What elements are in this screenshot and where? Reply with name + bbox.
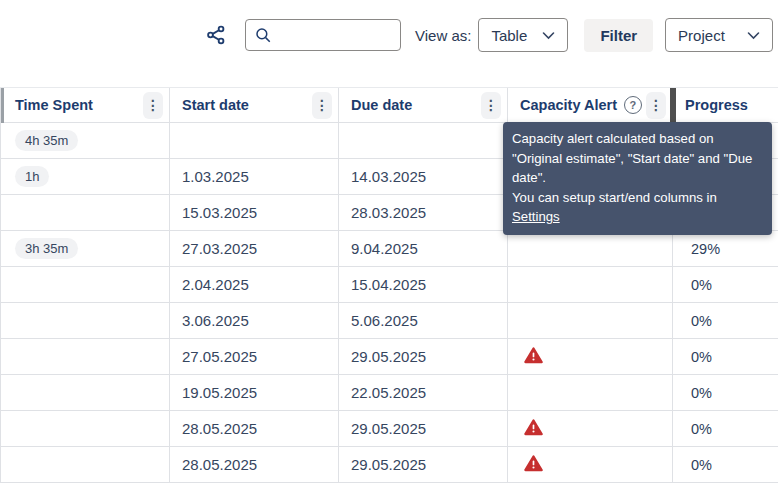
cell-progress[interactable]: 0%: [673, 267, 778, 303]
time-spent-badge: 4h 35m: [15, 130, 78, 151]
table-row: 19.05.2025 22.05.2025 0%: [1, 375, 778, 411]
cell-due-date[interactable]: [339, 123, 508, 159]
cell-progress[interactable]: 0%: [673, 447, 778, 483]
warning-icon: [524, 455, 543, 472]
cell-start-date[interactable]: 3.06.2025: [170, 303, 339, 339]
cell-capacity-alert[interactable]: [508, 339, 673, 375]
cell-start-date[interactable]: 2.04.2025: [170, 267, 339, 303]
share-button[interactable]: [203, 22, 229, 48]
tooltip-text: You can setup start/end columns in: [512, 190, 717, 205]
cell-progress[interactable]: 0%: [673, 411, 778, 447]
cell-capacity-alert[interactable]: [508, 375, 673, 411]
column-menu-icon[interactable]: ⋮: [312, 92, 332, 119]
cell-time-spent[interactable]: [1, 267, 170, 303]
cell-start-date[interactable]: 27.05.2025: [170, 339, 339, 375]
column-header-due-date: Due date ⋮: [339, 88, 508, 123]
column-menu-icon[interactable]: ⋮: [143, 92, 163, 119]
cell-due-date[interactable]: 29.05.2025: [339, 339, 508, 375]
column-menu-icon[interactable]: ⋮: [646, 92, 666, 119]
column-header-time-spent: Time Spent ⋮: [1, 88, 170, 123]
table-row: 3.06.2025 5.06.2025 0%: [1, 303, 778, 339]
cell-due-date[interactable]: 9.04.2025: [339, 231, 508, 267]
table-row: 27.05.2025 29.05.2025 0%: [1, 339, 778, 375]
cell-time-spent[interactable]: 3h 35m: [1, 231, 170, 267]
view-as-select[interactable]: Table: [478, 18, 568, 52]
cell-due-date[interactable]: 22.05.2025: [339, 375, 508, 411]
table-row: 2.04.2025 15.04.2025 0%: [1, 267, 778, 303]
cell-time-spent[interactable]: [1, 339, 170, 375]
cell-time-spent[interactable]: 4h 35m: [1, 123, 170, 159]
project-select[interactable]: Project: [665, 18, 773, 52]
app-window: View as: Table Filter Project Time Spent…: [0, 0, 778, 485]
capacity-alert-tooltip: Capacity alert calculated based on "Orig…: [503, 122, 772, 235]
tooltip-text: Capacity alert calculated based on "Orig…: [512, 131, 752, 185]
view-as-value: Table: [491, 27, 527, 44]
cell-start-date[interactable]: 28.05.2025: [170, 447, 339, 483]
table-row: 3h 35m 27.03.2025 9.04.2025 29%: [1, 231, 778, 267]
project-value: Project: [678, 27, 725, 44]
cell-start-date[interactable]: [170, 123, 339, 159]
cell-time-spent[interactable]: [1, 195, 170, 231]
column-label: Progress: [685, 97, 748, 113]
cell-time-spent[interactable]: [1, 411, 170, 447]
cell-capacity-alert[interactable]: [508, 447, 673, 483]
settings-link[interactable]: Settings: [512, 209, 560, 224]
toolbar: View as: Table Filter Project: [203, 0, 778, 70]
warning-icon: [524, 347, 543, 364]
cell-start-date[interactable]: 28.05.2025: [170, 411, 339, 447]
time-spent-badge: 1h: [15, 166, 49, 187]
cell-progress[interactable]: 0%: [673, 339, 778, 375]
view-as-label: View as:: [415, 27, 471, 44]
help-icon[interactable]: ?: [624, 96, 642, 114]
cell-due-date[interactable]: 14.03.2025: [339, 159, 508, 195]
cell-time-spent[interactable]: [1, 447, 170, 483]
cell-progress[interactable]: 29%: [673, 231, 778, 267]
cell-progress[interactable]: 0%: [673, 375, 778, 411]
search-icon: [254, 26, 272, 44]
table-header: Time Spent ⋮ Start date ⋮ Due date ⋮: [1, 88, 778, 123]
cell-due-date[interactable]: 29.05.2025: [339, 447, 508, 483]
chevron-down-icon: [747, 31, 760, 40]
warning-icon: [524, 419, 543, 436]
search-input[interactable]: [280, 27, 392, 43]
cell-progress[interactable]: 0%: [673, 303, 778, 339]
cell-time-spent[interactable]: [1, 375, 170, 411]
cell-capacity-alert[interactable]: [508, 231, 673, 267]
column-label: Capacity Alert: [520, 97, 617, 113]
column-header-capacity-alert: Capacity Alert ? ⋮: [508, 88, 673, 123]
cell-time-spent[interactable]: [1, 303, 170, 339]
cell-due-date[interactable]: 5.06.2025: [339, 303, 508, 339]
cell-start-date[interactable]: 15.03.2025: [170, 195, 339, 231]
share-icon: [205, 24, 227, 46]
cell-capacity-alert[interactable]: [508, 267, 673, 303]
cell-capacity-alert[interactable]: [508, 303, 673, 339]
column-label: Due date: [351, 97, 412, 113]
column-header-start-date: Start date ⋮: [170, 88, 339, 123]
cell-start-date[interactable]: 27.03.2025: [170, 231, 339, 267]
table-row: 28.05.2025 29.05.2025 0%: [1, 411, 778, 447]
table-row: 28.05.2025 29.05.2025 0%: [1, 447, 778, 483]
cell-due-date[interactable]: 28.03.2025: [339, 195, 508, 231]
cell-start-date[interactable]: 1.03.2025: [170, 159, 339, 195]
column-menu-icon[interactable]: ⋮: [481, 92, 501, 119]
cell-start-date[interactable]: 19.05.2025: [170, 375, 339, 411]
cell-due-date[interactable]: 29.05.2025: [339, 411, 508, 447]
time-spent-badge: 3h 35m: [15, 238, 78, 259]
cell-due-date[interactable]: 15.04.2025: [339, 267, 508, 303]
filter-button[interactable]: Filter: [584, 19, 653, 52]
cell-time-spent[interactable]: 1h: [1, 159, 170, 195]
column-label: Time Spent: [15, 97, 93, 113]
chevron-down-icon: [542, 31, 555, 40]
column-header-progress: Progress: [673, 88, 778, 123]
search-box[interactable]: [245, 19, 401, 51]
cell-capacity-alert[interactable]: [508, 411, 673, 447]
column-label: Start date: [182, 97, 249, 113]
